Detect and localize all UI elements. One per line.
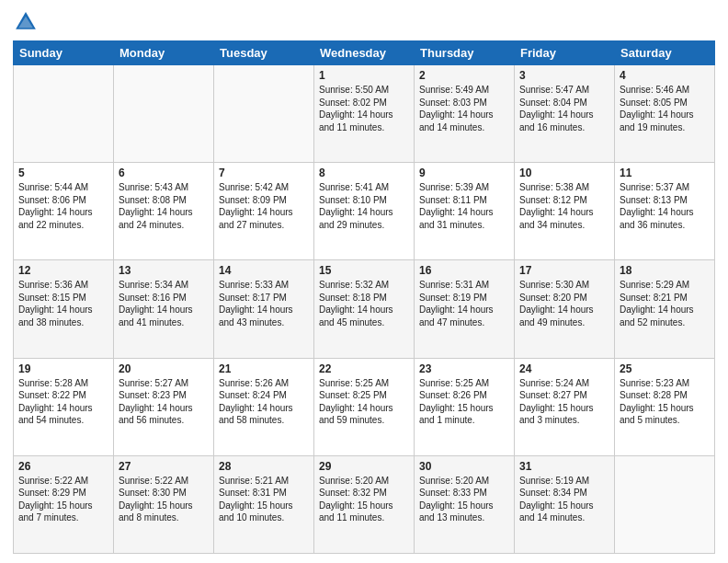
calendar-week-row: 5Sunrise: 5:44 AM Sunset: 8:06 PM Daylig… xyxy=(14,163,715,260)
calendar-week-row: 12Sunrise: 5:36 AM Sunset: 8:15 PM Dayli… xyxy=(14,260,715,358)
day-number: 4 xyxy=(620,69,710,82)
calendar-cell xyxy=(214,65,314,163)
calendar-cell: 6Sunrise: 5:43 AM Sunset: 8:08 PM Daylig… xyxy=(114,163,214,260)
day-number: 11 xyxy=(620,167,710,179)
day-number: 9 xyxy=(419,167,509,179)
calendar-cell: 18Sunrise: 5:29 AM Sunset: 8:21 PM Dayli… xyxy=(615,260,715,358)
cell-content: Sunrise: 5:25 AM Sunset: 8:26 PM Dayligh… xyxy=(419,377,509,427)
logo-icon xyxy=(13,9,39,35)
calendar-cell: 26Sunrise: 5:22 AM Sunset: 8:29 PM Dayli… xyxy=(14,455,114,553)
cell-content: Sunrise: 5:19 AM Sunset: 8:34 PM Dayligh… xyxy=(519,475,609,524)
calendar-cell xyxy=(615,455,715,553)
calendar-cell: 12Sunrise: 5:36 AM Sunset: 8:15 PM Dayli… xyxy=(14,260,114,358)
cell-content: Sunrise: 5:22 AM Sunset: 8:30 PM Dayligh… xyxy=(119,475,209,524)
day-number: 24 xyxy=(519,362,609,375)
calendar-cell: 29Sunrise: 5:20 AM Sunset: 8:32 PM Dayli… xyxy=(314,455,415,553)
calendar-cell: 5Sunrise: 5:44 AM Sunset: 8:06 PM Daylig… xyxy=(14,163,114,260)
weekday-header-friday: Friday xyxy=(515,41,615,65)
calendar-cell: 8Sunrise: 5:41 AM Sunset: 8:10 PM Daylig… xyxy=(314,163,415,260)
day-number: 15 xyxy=(319,264,409,277)
cell-content: Sunrise: 5:37 AM Sunset: 8:13 PM Dayligh… xyxy=(620,181,710,231)
cell-content: Sunrise: 5:39 AM Sunset: 8:11 PM Dayligh… xyxy=(419,181,509,231)
calendar-cell: 1Sunrise: 5:50 AM Sunset: 8:02 PM Daylig… xyxy=(314,65,415,163)
day-number: 29 xyxy=(319,460,409,473)
calendar-cell: 2Sunrise: 5:49 AM Sunset: 8:03 PM Daylig… xyxy=(415,65,515,163)
day-number: 6 xyxy=(119,167,209,179)
calendar-week-row: 1Sunrise: 5:50 AM Sunset: 8:02 PM Daylig… xyxy=(14,65,715,163)
cell-content: Sunrise: 5:30 AM Sunset: 8:20 PM Dayligh… xyxy=(519,279,609,328)
calendar-week-row: 19Sunrise: 5:28 AM Sunset: 8:22 PM Dayli… xyxy=(14,358,715,455)
logo xyxy=(13,9,42,35)
calendar-table: SundayMondayTuesdayWednesdayThursdayFrid… xyxy=(13,40,715,554)
weekday-header-row: SundayMondayTuesdayWednesdayThursdayFrid… xyxy=(14,41,715,65)
weekday-header-monday: Monday xyxy=(114,41,214,65)
calendar-cell: 16Sunrise: 5:31 AM Sunset: 8:19 PM Dayli… xyxy=(415,260,515,358)
day-number: 27 xyxy=(119,460,209,473)
cell-content: Sunrise: 5:23 AM Sunset: 8:28 PM Dayligh… xyxy=(620,377,710,427)
cell-content: Sunrise: 5:33 AM Sunset: 8:17 PM Dayligh… xyxy=(219,279,309,328)
day-number: 20 xyxy=(119,362,209,375)
cell-content: Sunrise: 5:44 AM Sunset: 8:06 PM Dayligh… xyxy=(18,181,108,231)
cell-content: Sunrise: 5:32 AM Sunset: 8:18 PM Dayligh… xyxy=(319,279,409,328)
day-number: 14 xyxy=(219,264,309,277)
calendar-cell: 13Sunrise: 5:34 AM Sunset: 8:16 PM Dayli… xyxy=(114,260,214,358)
calendar-cell: 4Sunrise: 5:46 AM Sunset: 8:05 PM Daylig… xyxy=(615,65,715,163)
day-number: 8 xyxy=(319,167,409,179)
calendar-week-row: 26Sunrise: 5:22 AM Sunset: 8:29 PM Dayli… xyxy=(14,455,715,553)
cell-content: Sunrise: 5:34 AM Sunset: 8:16 PM Dayligh… xyxy=(119,279,209,328)
calendar-cell xyxy=(114,65,214,163)
cell-content: Sunrise: 5:38 AM Sunset: 8:12 PM Dayligh… xyxy=(519,181,609,231)
weekday-header-tuesday: Tuesday xyxy=(214,41,314,65)
calendar-cell: 9Sunrise: 5:39 AM Sunset: 8:11 PM Daylig… xyxy=(415,163,515,260)
page: SundayMondayTuesdayWednesdayThursdayFrid… xyxy=(0,0,728,563)
cell-content: Sunrise: 5:28 AM Sunset: 8:22 PM Dayligh… xyxy=(18,377,108,427)
day-number: 13 xyxy=(119,264,209,277)
day-number: 19 xyxy=(18,362,108,375)
day-number: 25 xyxy=(620,362,710,375)
day-number: 17 xyxy=(519,264,609,277)
calendar-cell: 22Sunrise: 5:25 AM Sunset: 8:25 PM Dayli… xyxy=(314,358,415,455)
day-number: 21 xyxy=(219,362,309,375)
cell-content: Sunrise: 5:43 AM Sunset: 8:08 PM Dayligh… xyxy=(119,181,209,231)
day-number: 1 xyxy=(319,69,409,82)
calendar-cell: 20Sunrise: 5:27 AM Sunset: 8:23 PM Dayli… xyxy=(114,358,214,455)
day-number: 10 xyxy=(519,167,609,179)
weekday-header-thursday: Thursday xyxy=(415,41,515,65)
cell-content: Sunrise: 5:25 AM Sunset: 8:25 PM Dayligh… xyxy=(319,377,409,427)
calendar-cell: 25Sunrise: 5:23 AM Sunset: 8:28 PM Dayli… xyxy=(615,358,715,455)
day-number: 7 xyxy=(219,167,309,179)
weekday-header-saturday: Saturday xyxy=(615,41,715,65)
calendar-cell: 30Sunrise: 5:20 AM Sunset: 8:33 PM Dayli… xyxy=(415,455,515,553)
weekday-header-wednesday: Wednesday xyxy=(314,41,415,65)
day-number: 18 xyxy=(620,264,710,277)
cell-content: Sunrise: 5:26 AM Sunset: 8:24 PM Dayligh… xyxy=(219,377,309,427)
cell-content: Sunrise: 5:29 AM Sunset: 8:21 PM Dayligh… xyxy=(620,279,710,328)
calendar-cell: 3Sunrise: 5:47 AM Sunset: 8:04 PM Daylig… xyxy=(515,65,615,163)
calendar-cell: 31Sunrise: 5:19 AM Sunset: 8:34 PM Dayli… xyxy=(515,455,615,553)
header xyxy=(13,9,715,35)
calendar-cell: 19Sunrise: 5:28 AM Sunset: 8:22 PM Dayli… xyxy=(14,358,114,455)
calendar-cell xyxy=(14,65,114,163)
cell-content: Sunrise: 5:49 AM Sunset: 8:03 PM Dayligh… xyxy=(419,84,509,133)
cell-content: Sunrise: 5:42 AM Sunset: 8:09 PM Dayligh… xyxy=(219,181,309,231)
day-number: 3 xyxy=(519,69,609,82)
cell-content: Sunrise: 5:20 AM Sunset: 8:33 PM Dayligh… xyxy=(419,475,509,524)
calendar-cell: 15Sunrise: 5:32 AM Sunset: 8:18 PM Dayli… xyxy=(314,260,415,358)
day-number: 2 xyxy=(419,69,509,82)
day-number: 16 xyxy=(419,264,509,277)
cell-content: Sunrise: 5:21 AM Sunset: 8:31 PM Dayligh… xyxy=(219,475,309,524)
cell-content: Sunrise: 5:47 AM Sunset: 8:04 PM Dayligh… xyxy=(519,84,609,133)
calendar-cell: 11Sunrise: 5:37 AM Sunset: 8:13 PM Dayli… xyxy=(615,163,715,260)
calendar-cell: 17Sunrise: 5:30 AM Sunset: 8:20 PM Dayli… xyxy=(515,260,615,358)
cell-content: Sunrise: 5:46 AM Sunset: 8:05 PM Dayligh… xyxy=(620,84,710,133)
calendar-cell: 14Sunrise: 5:33 AM Sunset: 8:17 PM Dayli… xyxy=(214,260,314,358)
calendar-cell: 27Sunrise: 5:22 AM Sunset: 8:30 PM Dayli… xyxy=(114,455,214,553)
cell-content: Sunrise: 5:22 AM Sunset: 8:29 PM Dayligh… xyxy=(18,475,108,524)
cell-content: Sunrise: 5:50 AM Sunset: 8:02 PM Dayligh… xyxy=(319,84,409,133)
calendar-cell: 28Sunrise: 5:21 AM Sunset: 8:31 PM Dayli… xyxy=(214,455,314,553)
day-number: 5 xyxy=(18,167,108,179)
calendar-cell: 10Sunrise: 5:38 AM Sunset: 8:12 PM Dayli… xyxy=(515,163,615,260)
day-number: 28 xyxy=(219,460,309,473)
cell-content: Sunrise: 5:24 AM Sunset: 8:27 PM Dayligh… xyxy=(519,377,609,427)
weekday-header-sunday: Sunday xyxy=(14,41,114,65)
